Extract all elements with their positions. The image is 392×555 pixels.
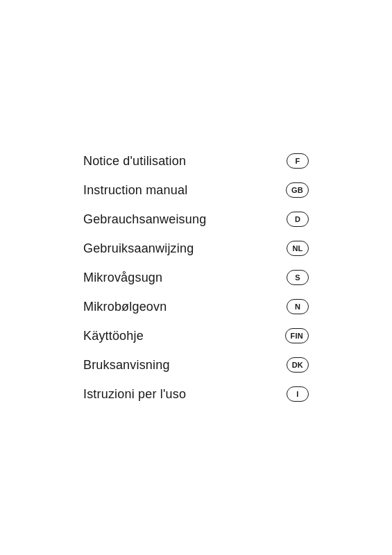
menu-item[interactable]: MikrovågsugnS <box>83 263 309 292</box>
menu-item-label: Istruzioni per l'uso <box>83 387 186 402</box>
menu-item-label: Mikrovågsugn <box>83 271 162 285</box>
lang-badge: S <box>287 270 309 285</box>
menu-item[interactable]: BruksanvisningDK <box>83 350 309 379</box>
menu-item-label: Instruction manual <box>83 183 187 198</box>
menu-item-label: Käyttöohje <box>83 329 144 343</box>
lang-badge: I <box>287 386 309 402</box>
menu-item[interactable]: GebruiksaanwijzingNL <box>83 234 309 263</box>
menu-item-label: Gebrauchsanweisung <box>83 212 206 227</box>
menu-list: Notice d'utilisationFInstruction manualG… <box>83 146 309 409</box>
menu-item[interactable]: Istruzioni per l'usoI <box>83 379 309 409</box>
menu-item[interactable]: GebrauchsanweisungD <box>83 205 309 234</box>
lang-badge: DK <box>287 357 309 373</box>
menu-item[interactable]: Instruction manualGB <box>83 176 309 205</box>
menu-item-label: Bruksanvisning <box>83 358 170 373</box>
lang-badge: D <box>287 212 309 227</box>
lang-badge: GB <box>286 182 309 198</box>
menu-item[interactable]: Notice d'utilisationF <box>83 146 309 176</box>
lang-badge: F <box>287 153 309 169</box>
menu-item-label: Mikrobølgeovn <box>83 300 167 314</box>
lang-badge: FIN <box>285 328 309 343</box>
lang-badge: NL <box>287 241 309 256</box>
lang-badge: N <box>287 299 309 314</box>
menu-item[interactable]: KäyttöohjeFIN <box>83 321 309 350</box>
menu-item[interactable]: MikrobølgeovnN <box>83 292 309 321</box>
menu-item-label: Notice d'utilisation <box>83 154 186 169</box>
page: Notice d'utilisationFInstruction manualG… <box>0 0 392 555</box>
menu-item-label: Gebruiksaanwijzing <box>83 241 194 256</box>
